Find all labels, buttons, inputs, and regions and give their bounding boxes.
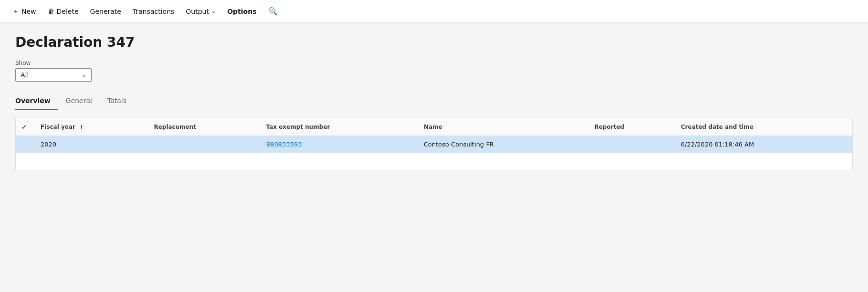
col-tax-exempt-number[interactable]: Tax exempt number <box>261 118 418 136</box>
data-table-container: ✓ Fiscal year ↑ Replacement Tax exempt n… <box>15 118 853 170</box>
tab-totals[interactable]: Totals <box>107 93 134 110</box>
delete-button[interactable]: 🗑 Delete <box>43 5 84 18</box>
trash-icon: 🗑 <box>48 8 54 15</box>
delete-label: Delete <box>57 8 79 15</box>
cell-fiscal-year: 2020 <box>35 136 148 153</box>
search-button[interactable]: 🔍 <box>263 4 282 19</box>
table-row[interactable]: 2020 B80833593 Contoso Consulting FR 6/2… <box>16 136 852 153</box>
new-label: New <box>21 8 36 15</box>
tab-overview[interactable]: Overview <box>15 93 58 110</box>
sort-asc-icon: ↑ <box>79 125 83 130</box>
col-created-date-time[interactable]: Created date and time <box>675 118 852 136</box>
col-name[interactable]: Name <box>418 118 589 136</box>
cell-replacement <box>148 136 260 153</box>
filter-container: Show All ⌄ <box>15 60 853 82</box>
cell-reported <box>589 136 675 153</box>
col-replacement[interactable]: Replacement <box>148 118 260 136</box>
options-button[interactable]: Options <box>222 5 261 18</box>
plus-icon: ＋ <box>12 7 19 16</box>
new-button[interactable]: ＋ New <box>8 4 41 19</box>
col-check: ✓ <box>16 118 35 136</box>
chevron-down-icon: ⌄ <box>82 72 86 78</box>
tab-general[interactable]: General <box>66 93 100 110</box>
output-button[interactable]: Output ⌄ <box>181 5 220 18</box>
data-table: ✓ Fiscal year ↑ Replacement Tax exempt n… <box>16 118 852 170</box>
generate-label: Generate <box>90 8 121 15</box>
cell-name: Contoso Consulting FR <box>418 136 589 153</box>
search-icon: 🔍 <box>268 7 278 16</box>
check-icon: ✓ <box>21 123 27 131</box>
transactions-label: Transactions <box>133 8 174 15</box>
table-header-row: ✓ Fiscal year ↑ Replacement Tax exempt n… <box>16 118 852 136</box>
filter-value: All <box>21 71 29 79</box>
page-content: Declaration 347 Show All ⌄ Overview Gene… <box>0 23 868 182</box>
col-reported[interactable]: Reported <box>589 118 675 136</box>
transactions-button[interactable]: Transactions <box>128 5 179 18</box>
cell-tax-exempt-number[interactable]: B80833593 <box>261 136 418 153</box>
cell-check <box>16 136 35 153</box>
output-label: Output <box>186 8 209 15</box>
options-label: Options <box>227 8 256 15</box>
show-filter-select[interactable]: All ⌄ <box>15 68 92 82</box>
page-title: Declaration 347 <box>15 34 853 50</box>
chevron-down-icon: ⌄ <box>211 8 216 14</box>
table-row-empty <box>16 153 852 170</box>
filter-label: Show <box>15 60 853 66</box>
tabs: Overview General Totals <box>15 93 853 110</box>
generate-button[interactable]: Generate <box>85 5 126 18</box>
col-fiscal-year[interactable]: Fiscal year ↑ <box>35 118 148 136</box>
cell-created-date-time: 6/22/2020 01:18:46 AM <box>675 136 852 153</box>
toolbar: ＋ New 🗑 Delete Generate Transactions Out… <box>0 0 868 23</box>
tax-exempt-link[interactable]: B80833593 <box>266 141 302 148</box>
